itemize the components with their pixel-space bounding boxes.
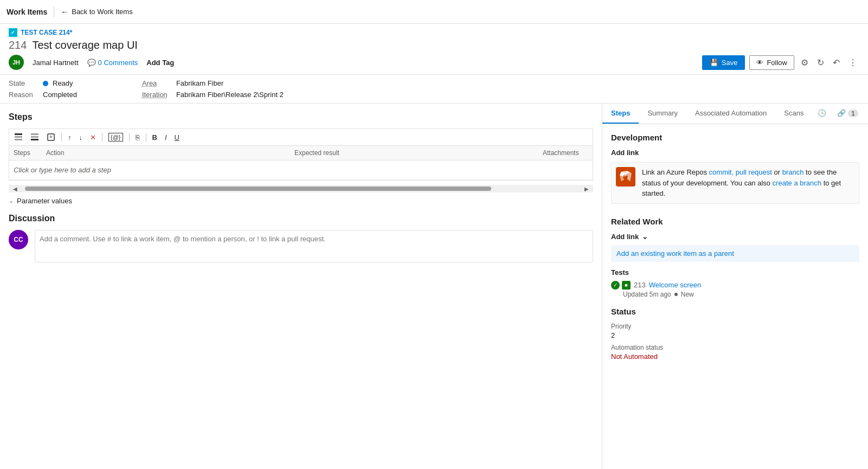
test-status-dot: [674, 293, 678, 296]
pr-link[interactable]: pull request: [736, 168, 772, 176]
history-tab-btn[interactable]: 🕓: [812, 105, 832, 123]
follow-button[interactable]: 👁 Follow: [749, 55, 794, 70]
bold-btn[interactable]: B: [150, 132, 160, 143]
links-tab-btn[interactable]: 🔗 1: [832, 105, 863, 123]
area-label[interactable]: Area: [142, 79, 172, 87]
attachments-tab-btn[interactable]: 📎 0: [864, 105, 868, 123]
steps-table-header: Steps Action Expected result Attachments: [9, 146, 593, 160]
right-panel-body: Development Add link Link an Azure Repos…: [602, 124, 868, 469]
test-updated: Updated 5m ago: [623, 291, 671, 298]
tab-automation[interactable]: Associated Automation: [686, 104, 775, 124]
add-link-dropdown[interactable]: Add link ⌄: [611, 233, 859, 241]
refresh-button[interactable]: ↻: [815, 55, 826, 70]
state-label: State: [9, 79, 38, 87]
dev-desc-or: or: [774, 168, 782, 176]
add-parent-label: Add an existing work item as a parent: [616, 249, 734, 258]
back-to-work-items-link[interactable]: ← Back to Work Items: [61, 8, 132, 16]
insert-param-btn[interactable]: {@}: [106, 131, 126, 143]
discussion-input[interactable]: [35, 230, 593, 262]
tab-summary[interactable]: Summary: [639, 104, 686, 124]
col-attach-header: Attachments: [538, 146, 593, 160]
type-label: TEST CASE 214*: [21, 29, 72, 36]
test-case-icon: ✓: [9, 28, 17, 37]
commit-link[interactable]: commit,: [709, 168, 734, 176]
create-branch-link[interactable]: create a branch: [773, 179, 821, 187]
meta-row: JH Jamal Hartnett 💬 0 Comments Add Tag 💾…: [9, 55, 859, 74]
right-panel: Steps Summary Associated Automation Scan…: [602, 104, 868, 469]
svg-rect-5: [31, 139, 38, 140]
top-nav: Work Items ← Back to Work Items: [0, 0, 868, 24]
param-chevron-icon: ⌄: [9, 197, 14, 204]
comments-link[interactable]: 💬 0 Comments: [87, 59, 138, 67]
reason-label: Reason: [9, 91, 38, 99]
type-badge-row: ✓ TEST CASE 214*: [9, 28, 859, 37]
test-name[interactable]: Welcome screen: [649, 281, 702, 289]
dev-add-link-label[interactable]: Add link: [611, 149, 859, 157]
add-step-row[interactable]: Click or type here to add a step: [9, 160, 593, 180]
iteration-label[interactable]: Iteration: [142, 91, 172, 99]
dropdown-chevron-icon: ⌄: [642, 233, 648, 241]
move-up-btn[interactable]: ↑: [65, 132, 74, 143]
add-tag-button[interactable]: Add Tag: [146, 59, 174, 67]
status-section: Status Priority 2 Automation status Not …: [611, 307, 859, 361]
svg-rect-3: [31, 133, 38, 135]
steps-scrollbar[interactable]: ◀ ▶: [9, 185, 593, 192]
undo-button[interactable]: ↶: [831, 55, 842, 70]
related-work-section: Related Work Add link ⌄ Add an existing …: [611, 217, 859, 298]
test-item: ✓ ■ 213 Welcome screen Updated 5m ago Ne…: [611, 281, 859, 298]
toolbar-divider-4: [146, 133, 146, 142]
left-panel: Steps + ↑ ↓ ✕: [0, 104, 602, 469]
discussion-section-title: Discussion: [9, 214, 593, 223]
param-values-row[interactable]: ⌄ Parameter values: [9, 197, 593, 205]
work-item-title[interactable]: Test coverage map UI: [32, 39, 138, 52]
col-steps-header: Steps: [9, 146, 42, 160]
back-label: Back to Work Items: [72, 8, 132, 16]
area-field: Area Fabrikam Fiber: [142, 79, 284, 87]
move-down-btn[interactable]: ↓: [76, 132, 86, 143]
nav-divider: [54, 7, 54, 17]
svg-rect-1: [15, 136, 22, 138]
insert-step-below-btn[interactable]: [28, 131, 42, 143]
discussion-input-row: CC: [9, 230, 593, 262]
back-arrow-icon: ←: [61, 8, 68, 16]
col-action-header: Action: [42, 146, 290, 160]
discussion-section: Discussion CC: [9, 214, 593, 262]
actions-area: 💾 Save 👁 Follow ⚙ ↻ ↶ ⋮: [702, 55, 859, 70]
test-pass-icon: ✓: [611, 281, 620, 290]
svg-text:+: +: [49, 134, 53, 140]
scroll-right-btn[interactable]: ▶: [584, 186, 589, 192]
svg-rect-0: [15, 133, 22, 135]
test-meta: Updated 5m ago New: [611, 291, 859, 298]
reason-value[interactable]: Completed: [43, 91, 77, 99]
tab-scans[interactable]: Scans: [775, 104, 812, 124]
priority-value[interactable]: 2: [611, 331, 859, 339]
toolbar-divider-2: [102, 133, 102, 142]
insert-action-btn[interactable]: +: [44, 131, 58, 143]
scrollbar-thumb: [25, 187, 491, 191]
commenter-avatar: CC: [9, 230, 28, 249]
settings-button[interactable]: ⚙: [799, 55, 811, 70]
area-value[interactable]: Fabrikam Fiber: [176, 79, 223, 87]
state-field: State Ready: [9, 79, 77, 87]
add-parent-row[interactable]: Add an existing work item as a parent: [611, 245, 859, 262]
copy-btn[interactable]: ⎘: [133, 132, 143, 143]
save-button[interactable]: 💾 Save: [702, 55, 745, 70]
branch-link[interactable]: branch: [782, 168, 804, 176]
fields-row: State Ready Reason Completed Area Fabrik…: [0, 75, 868, 104]
automation-status-value[interactable]: Not Automated: [611, 352, 859, 361]
comment-icon: 💬: [87, 59, 96, 67]
automation-status-label: Automation status: [611, 344, 859, 351]
azure-repos-icon: [616, 167, 635, 187]
more-options-button[interactable]: ⋮: [846, 55, 859, 70]
tab-steps[interactable]: Steps: [602, 104, 639, 124]
dev-link-description: Link an Azure Repos commit, pull request…: [642, 167, 854, 199]
insert-step-above-btn[interactable]: [11, 131, 25, 143]
add-step-placeholder: Click or type here to add a step: [14, 166, 111, 174]
underline-btn[interactable]: U: [172, 132, 182, 143]
italic-btn[interactable]: I: [162, 132, 170, 143]
iteration-value[interactable]: Fabrikam Fiber\Release 2\Sprint 2: [176, 91, 284, 99]
development-section: Development Add link Link an Azure Repos…: [611, 133, 859, 204]
state-value[interactable]: Ready: [53, 79, 73, 87]
scroll-left-btn[interactable]: ◀: [13, 186, 17, 192]
delete-step-btn[interactable]: ✕: [87, 132, 99, 143]
